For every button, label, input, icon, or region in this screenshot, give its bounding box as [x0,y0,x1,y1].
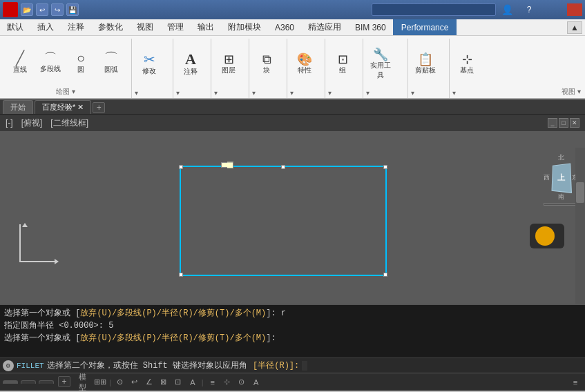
drawing-area[interactable]: 北 西 上 东 南 [0,131,585,304]
minimize-btn[interactable] [537,3,552,16]
ribbon-group-block: ⧉ 块 ▾ [249,39,287,98]
status-ortho-btn[interactable]: ↩ [128,375,142,389]
status-snap-btn[interactable]: ⊙ [113,375,127,389]
ribbon-group-draw: ╱ 直线 ⌒ 多段线 ○ 圆 ⌒ 圆弧 绘图 ▾ [3,39,132,98]
scroll-thumb[interactable] [576,182,584,203]
undo-btn[interactable]: ↩ [36,3,48,16]
clipboard-btn[interactable]: 📋 剪贴板 [411,43,440,86]
viewport-close-btn[interactable]: ✕ [570,118,579,128]
layer-btn[interactable]: ⊞ 图层 [214,43,243,86]
menu-item-bim360[interactable]: BIM 360 [348,19,393,35]
menu-item-output[interactable]: 输出 [191,19,221,35]
modify-btn[interactable]: ✂ 修改 [135,43,164,86]
annotate-group-expand[interactable]: ▾ [176,89,180,97]
handle-tr[interactable] [383,165,387,169]
menu-bar: 默认 插入 注释 参数化 视图 管理 输出 附加模块 A360 精选应用 BIM… [0,19,585,36]
status-sc-btn[interactable]: ⊙ [235,375,249,389]
viewport-label-style[interactable]: [二维线框] [50,117,88,129]
line-btn[interactable]: ╱ 直线 [6,41,35,84]
status-annot-btn[interactable]: A [249,375,263,389]
user-icon: 👤 [501,4,513,15]
status-dynin-btn[interactable]: A [186,375,200,389]
utility-group-expand[interactable]: ▾ [366,89,370,97]
viewport-label-minus[interactable]: [-] [6,118,13,128]
status-polar-btn[interactable]: ∠ [142,375,156,389]
search-bar[interactable] [372,3,496,16]
layer-group-expand[interactable]: ▾ [214,89,218,97]
ribbon-min-btn[interactable]: ▲ [567,21,582,34]
viewport-label-view[interactable]: [俯视] [21,117,43,129]
title-bar-left: 📂 ↩ ↪ 💾 [3,2,79,17]
layout-tab-1[interactable] [21,380,36,384]
ribbon-group-basepoint: ⊹ 基点 ▾ [450,39,488,98]
cmd-params-1: 放弃(U)/多段线(P)/半径(R)/修剪(T)/多个(M) [80,308,266,318]
handle-tl[interactable] [179,165,183,169]
close-btn[interactable] [567,3,582,16]
modify-group-expand[interactable]: ▾ [135,89,138,97]
add-layout-btn[interactable]: + [58,376,70,387]
block-group-expand[interactable]: ▾ [252,89,256,97]
arc-btn[interactable]: ⌒ 圆弧 [97,41,126,84]
maximize-btn[interactable] [552,3,567,16]
status-tp-btn[interactable]: ⊹ [220,375,234,389]
ribbon-group-layer: ⊞ 图层 ▾ [211,39,249,98]
help-btn[interactable]: ? [521,3,537,16]
status-lw-btn[interactable]: ≡ [206,375,220,389]
utility-label: 实用工具 [367,61,394,80]
layout-tab-2[interactable] [39,380,54,384]
basepoint-group-expand[interactable]: ▾ [452,89,456,97]
polyline-btn[interactable]: ⌒ 多段线 [36,41,65,84]
group-group-expand[interactable]: ▾ [328,89,332,97]
wcs-btn[interactable] [544,203,578,206]
viewport-min-btn[interactable]: _ [548,118,557,128]
status-custmenu-btn[interactable]: ≡ [568,375,582,389]
menu-item-addons[interactable]: 附加模块 [221,19,268,35]
tab-start[interactable]: 开始 [3,100,33,114]
circle-icon: ○ [77,51,85,65]
handle-br[interactable] [383,273,387,277]
block-btn[interactable]: ⧉ 块 [252,43,281,86]
right-scrollbar[interactable] [575,148,585,304]
basepoint-btn[interactable]: ⊹ 基点 [452,43,481,86]
annotate-btn[interactable]: A 注释 [176,43,205,86]
menu-item-annotate[interactable]: 注释 [61,19,91,35]
circle-label: 圆 [77,65,84,75]
viewport-max-btn[interactable]: □ [559,118,568,128]
command-input-line[interactable]: ⚙ FILLET 选择第二个对象，或按住 Shift 键选择对象以应用角 [半径… [0,357,585,373]
view-group-label[interactable]: 视图 ▾ [562,87,581,98]
menu-item-default[interactable]: 默认 [0,19,30,35]
menu-item-parametric[interactable]: 参数化 [91,19,130,35]
annotate-label: 注释 [184,67,198,77]
menu-item-view[interactable]: 视图 [130,19,160,35]
save-btn[interactable]: 💾 [66,3,79,16]
redo-btn[interactable]: ↪ [51,3,64,16]
menu-item-manage[interactable]: 管理 [160,19,191,35]
add-tab-btn[interactable]: + [93,102,105,113]
circle-btn[interactable]: ○ 圆 [66,41,95,84]
status-osnap-btn[interactable]: ⊠ [157,375,171,389]
nav-cube-box[interactable]: 上 [552,163,572,193]
ribbon-group-group: ⊡ 组 ▾ [325,39,363,98]
viewport: [-] [俯视] [二维线框] _ □ ✕ [0,115,585,304]
handle-tc[interactable] [281,165,285,169]
status-model-btn[interactable]: 模型 [79,375,93,389]
layout-tab-model[interactable] [3,380,18,384]
command-history: 选择第一个对象或 [放弃(U)/多段线(P)/半径(R)/修剪(T)/多个(M)… [0,305,585,357]
menu-item-insert[interactable]: 插入 [30,19,61,35]
status-grid-btn[interactable]: ⊞⊞ [93,375,107,389]
menu-item-a360[interactable]: A360 [268,19,301,35]
properties-group-expand[interactable]: ▾ [290,89,294,97]
axis-indicator [14,214,62,262]
handle-bl[interactable] [179,273,183,277]
utility-btn[interactable]: 🔧 实用工具 [366,43,395,86]
group-icon: ⊡ [338,53,348,66]
draw-group-label[interactable]: 绘图 ▾ [56,87,75,97]
open-file-btn[interactable]: 📂 [21,3,33,16]
tab-document[interactable]: 百度经验* ✕ [35,100,91,114]
properties-btn[interactable]: 🎨 特性 [290,43,319,86]
clipboard-group-expand[interactable]: ▾ [411,89,414,97]
menu-item-performance[interactable]: Performance [393,19,457,35]
menu-item-featured[interactable]: 精选应用 [301,19,348,35]
group-btn[interactable]: ⊡ 组 [328,43,357,86]
status-otrack-btn[interactable]: ⊡ [171,375,185,389]
